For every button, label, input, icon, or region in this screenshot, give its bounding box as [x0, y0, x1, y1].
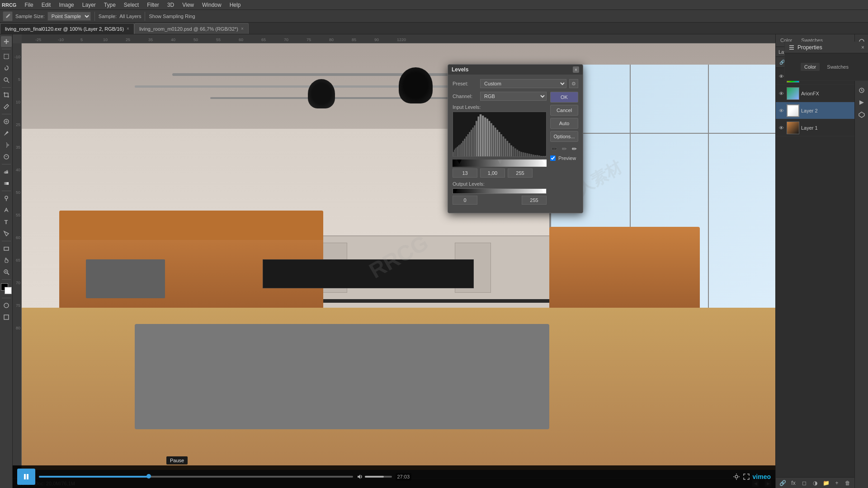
options-button[interactable]: Options... [550, 131, 578, 142]
layers-panel: Color Swatches Layers 🔗 fx ◻ ◑ 📁 + 🗑 👁 [775, 34, 854, 488]
actions-panel-btn[interactable] [856, 97, 867, 108]
sample-size-select[interactable]: Point Sample [47, 12, 91, 21]
gray-eyedropper[interactable]: ✏ [560, 144, 568, 153]
text-tool[interactable]: T [1, 216, 12, 227]
svg-rect-24 [456, 147, 457, 156]
layer-item-arionfx[interactable]: 👁 ArionFX [776, 85, 854, 102]
cancel-button[interactable]: Cancel [550, 105, 578, 116]
volume-icon[interactable] [357, 474, 363, 480]
screen-mode-tool[interactable] [1, 312, 12, 323]
ok-button[interactable]: OK [550, 92, 578, 103]
canvas-area[interactable]: -25 -10 5 10 25 35 40 50 55 60 65 70 75 … [13, 34, 775, 488]
background-color[interactable] [5, 287, 12, 294]
layer-fx-bottom-btn[interactable]: fx [789, 479, 797, 487]
menu-window[interactable]: Window [198, 1, 225, 9]
tab-document-2[interactable]: living_room_m0120.psd @ 66,7% (RGB/32*) … [134, 23, 249, 34]
layer-adj-bottom-btn[interactable]: ◑ [811, 479, 819, 487]
eyedropper-tool[interactable] [1, 101, 12, 112]
move-tool[interactable] [1, 36, 12, 47]
table-frame [263, 259, 474, 289]
progress-handle[interactable] [146, 474, 151, 479]
layer-visibility-arionfx[interactable]: 👁 [778, 90, 785, 97]
crop-tool[interactable] [1, 89, 12, 100]
tool-sep-5 [2, 191, 11, 191]
canvas-content[interactable]: RRCG 人人素材 [22, 43, 775, 470]
layer-new-bottom-btn[interactable]: + [833, 479, 841, 487]
menu-image[interactable]: Image [55, 1, 77, 9]
preview-checkbox[interactable] [550, 155, 556, 161]
history-brush-tool[interactable] [1, 151, 12, 162]
layer-del-bottom-btn[interactable]: 🗑 [844, 479, 852, 487]
brush-tool[interactable] [1, 128, 12, 139]
pen-tool[interactable] [1, 205, 12, 216]
layer-mask-bottom-btn[interactable]: ◻ [800, 479, 808, 487]
video-progress-bar[interactable] [39, 476, 353, 478]
fullscreen-icon[interactable] [743, 473, 750, 480]
levels-settings-btn[interactable]: ⚙ [569, 79, 578, 88]
marquee-tool[interactable] [1, 51, 12, 62]
menu-view[interactable]: View [179, 1, 198, 9]
output-white-value[interactable] [522, 196, 547, 205]
tab-document-1[interactable]: living_room_final0120.exr @ 100% (Layer … [0, 23, 134, 34]
layer-item-layer2[interactable]: 👁 Layer 2 [776, 102, 854, 119]
preset-select[interactable]: Custom [480, 79, 566, 88]
eyedropper-tool-icon[interactable] [3, 11, 13, 21]
menu-3d[interactable]: 3D [164, 1, 178, 9]
black-point-slider[interactable] [457, 160, 462, 164]
levels-close-button[interactable]: × [573, 66, 579, 73]
history-panel-btn[interactable] [856, 85, 867, 96]
layer-folder-bottom-btn[interactable]: 📁 [822, 479, 830, 487]
output-black-value[interactable] [453, 196, 477, 205]
dodge-tool[interactable] [1, 193, 12, 204]
input-black-value[interactable] [453, 169, 477, 178]
pause-button[interactable] [17, 469, 35, 485]
volume-slider[interactable] [365, 476, 392, 478]
layer-visibility-material-id[interactable]: 👁 [778, 73, 785, 80]
menu-help[interactable]: Help [226, 1, 245, 9]
zoom-tool[interactable] [1, 267, 12, 277]
menu-type[interactable]: Type [100, 1, 119, 9]
white-eyedropper[interactable]: ✏ [570, 144, 578, 153]
eraser-tool[interactable] [1, 166, 12, 177]
levels-title-bar[interactable]: Levels × [448, 65, 583, 75]
tab-close-2[interactable]: × [241, 26, 244, 31]
mid-point-slider[interactable] [498, 160, 502, 164]
menu-edit[interactable]: Edit [38, 1, 55, 9]
preset-label: Preset: [453, 81, 477, 86]
output-white-slider[interactable] [542, 189, 546, 193]
quick-mask-tool[interactable] [1, 300, 12, 311]
3d-panel-btn[interactable] [856, 109, 867, 120]
menu-select[interactable]: Select [120, 1, 142, 9]
ruler-top: -25 -10 5 10 25 35 40 50 55 60 65 70 75 … [22, 34, 775, 43]
menu-filter[interactable]: Filter [143, 1, 163, 9]
rectangle-tool[interactable] [1, 243, 12, 254]
healing-tool[interactable] [1, 116, 12, 127]
menu-file[interactable]: File [21, 1, 37, 9]
input-mid-value[interactable] [480, 169, 505, 178]
path-selection-tool[interactable] [1, 228, 12, 239]
quick-select-tool[interactable] [1, 75, 12, 85]
hand-tool[interactable] [1, 255, 12, 266]
svg-marker-20 [859, 112, 864, 117]
menu-layer[interactable]: Layer [79, 1, 99, 9]
lasso-tool[interactable] [1, 63, 12, 74]
color-tab[interactable]: Color [801, 63, 820, 71]
swatches-tab[interactable]: Swatches [823, 63, 852, 71]
settings-icon[interactable] [733, 473, 740, 480]
layer-link-bottom-btn[interactable]: 🔗 [778, 479, 787, 487]
clone-tool[interactable] [1, 140, 12, 150]
black-eyedropper[interactable]: ✏ [550, 144, 558, 153]
output-black-slider[interactable] [453, 189, 458, 193]
coffee-table [263, 259, 474, 289]
layer-visibility-layer1[interactable]: 👁 [778, 124, 785, 131]
layer-visibility-layer2[interactable]: 👁 [778, 107, 785, 114]
cushion-1 [86, 259, 165, 298]
tab-close-1[interactable]: × [127, 26, 129, 31]
channel-select[interactable]: RGB [480, 92, 547, 101]
auto-button[interactable]: Auto [550, 118, 578, 129]
properties-close-btn[interactable]: × [861, 44, 864, 51]
layer-item-layer1[interactable]: 👁 Layer 1 [776, 119, 854, 136]
gradient-tool[interactable] [1, 178, 12, 189]
white-point-slider[interactable] [542, 160, 547, 164]
input-white-value[interactable] [508, 169, 533, 178]
